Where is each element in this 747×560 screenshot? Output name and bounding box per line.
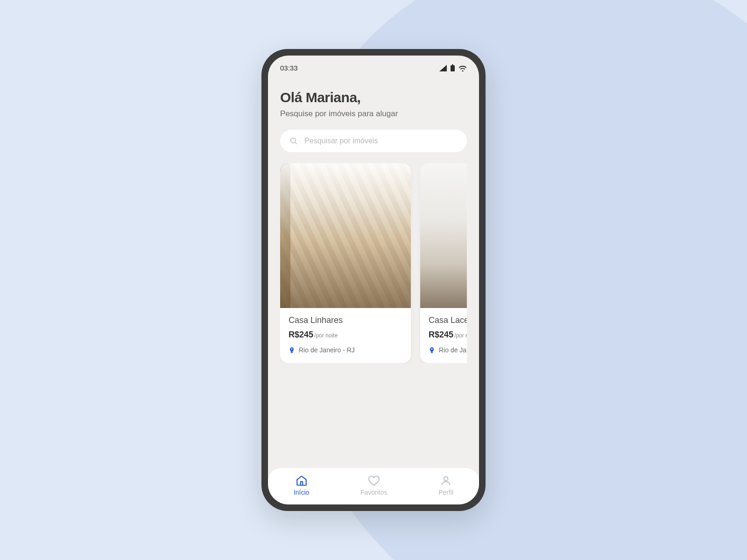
search-input[interactable] bbox=[304, 137, 458, 145]
price-unit: /por noite bbox=[314, 332, 338, 339]
property-cards-row[interactable]: Casa Linhares R$245 /por noite Rio de Ja… bbox=[280, 163, 467, 363]
wifi-icon bbox=[458, 65, 467, 71]
location-text: Rio de Ja bbox=[439, 346, 466, 354]
heart-icon bbox=[368, 475, 380, 487]
search-bar[interactable] bbox=[280, 130, 467, 152]
location-text: Rio de Janeiro - RJ bbox=[299, 346, 355, 354]
property-location: Rio de Janeiro - RJ bbox=[289, 346, 402, 354]
status-time: 03:33 bbox=[280, 64, 298, 72]
property-image bbox=[420, 163, 467, 308]
bottom-nav: Início Favoritos Perfil bbox=[268, 468, 479, 504]
svg-rect-1 bbox=[452, 64, 453, 65]
main-content: Olá Mariana, Pesquise por imóveis para a… bbox=[268, 77, 479, 363]
price-unit: /por n bbox=[454, 332, 467, 339]
signal-icon bbox=[439, 65, 447, 71]
price-amount: R$245 bbox=[429, 330, 453, 340]
property-price: R$245 /por noite bbox=[289, 330, 402, 340]
location-pin-icon bbox=[289, 346, 295, 354]
phone-frame: 03:33 Olá Mariana, Pesquise por imóveis … bbox=[261, 49, 486, 511]
property-title: Casa Linhares bbox=[289, 315, 402, 325]
nav-favorites-label: Favoritos bbox=[360, 489, 388, 496]
svg-rect-5 bbox=[430, 352, 433, 353]
nav-favorites[interactable]: Favoritos bbox=[360, 475, 388, 496]
property-location: Rio de Ja bbox=[429, 346, 467, 354]
search-icon bbox=[289, 137, 298, 145]
nav-profile-label: Perfil bbox=[438, 489, 453, 496]
property-price: R$245 /por n bbox=[429, 330, 467, 340]
property-card[interactable]: Casa Lace R$245 /por n Rio de Ja bbox=[420, 163, 467, 363]
property-card[interactable]: Casa Linhares R$245 /por noite Rio de Ja… bbox=[280, 163, 411, 363]
property-image bbox=[280, 163, 411, 308]
svg-line-3 bbox=[295, 142, 297, 144]
price-amount: R$245 bbox=[289, 330, 313, 340]
property-title: Casa Lace bbox=[429, 315, 467, 325]
nav-home[interactable]: Início bbox=[294, 475, 309, 496]
screen: 03:33 Olá Mariana, Pesquise por imóveis … bbox=[268, 56, 479, 504]
user-icon bbox=[440, 475, 452, 487]
battery-icon bbox=[451, 64, 455, 71]
svg-rect-4 bbox=[290, 352, 293, 353]
nav-profile[interactable]: Perfil bbox=[438, 475, 453, 496]
greeting-subtitle: Pesquise por imóveis para alugar bbox=[280, 109, 467, 119]
location-pin-icon bbox=[429, 346, 435, 354]
svg-point-6 bbox=[444, 476, 448, 481]
greeting-title: Olá Mariana, bbox=[280, 90, 467, 105]
svg-rect-0 bbox=[451, 65, 455, 71]
home-icon bbox=[296, 475, 308, 487]
status-icons bbox=[439, 64, 467, 71]
status-bar: 03:33 bbox=[268, 56, 479, 77]
svg-point-2 bbox=[291, 138, 296, 143]
nav-home-label: Início bbox=[294, 489, 309, 496]
